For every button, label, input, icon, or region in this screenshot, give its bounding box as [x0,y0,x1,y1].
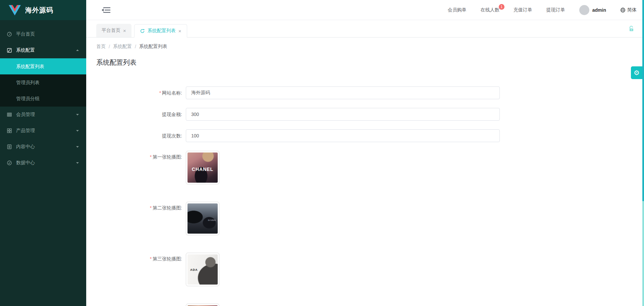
carousel-image-thumbnail[interactable]: ADA [186,253,219,286]
sidebar-subitem-label: 管理员分组 [16,96,40,101]
main-column: 会员购单 在线人数 1 充值订单 提现订单 admin 简体 [86,0,644,306]
sidebar-item-label: 内容中心 [16,144,75,150]
breadcrumb-separator: / [109,44,110,49]
table-icon [7,112,12,117]
form-text-input[interactable] [186,129,500,142]
sidebar-fold-icon[interactable] [101,6,111,14]
tabs-holder: 平台首页 × 系统配置列表 × [96,24,190,37]
chevron-up-icon [75,48,79,52]
topbar-right: 会员购单 在线人数 1 充值订单 提现订单 admin 简体 [448,5,637,15]
topbar-link[interactable]: 提现订单 [546,7,565,13]
form-row: 提现次数: [96,129,634,142]
topbar-link[interactable]: 会员购单 [448,7,467,13]
carousel-image-thumbnail[interactable]: GIVEN [186,202,219,235]
form-row: *第三张轮播图: ADA [96,253,634,286]
globe-icon [620,7,626,13]
breadcrumb-item: 系统配置列表 [139,44,167,50]
sidebar-item-label: 系统配置 [16,47,75,53]
chevron-down-icon [75,145,79,149]
form-field-label: *网站名称: [96,86,182,99]
config-form: *网站名称: 提现金额: 提现次数: *第一张轮播图: [96,86,634,306]
sidebar-subitem[interactable]: 系统配置列表 [0,58,86,74]
form-field-label: *第四张轮播图: [96,304,182,306]
sidebar-item[interactable]: 内容中心 [0,139,86,155]
form-text-input[interactable] [186,108,500,121]
avatar [579,5,589,15]
app-logo[interactable]: 海外源码 [0,0,86,20]
language-label: 简体 [627,7,637,13]
logo-title: 海外源码 [25,6,53,15]
carousel-image-text: CHANEL [192,167,213,172]
sidebar-item[interactable]: 系统配置 [0,42,86,58]
carousel-image: CHANEL [187,152,218,183]
language-switcher[interactable]: 简体 [620,7,637,13]
form-row: *第一张轮播图: CHANEL [96,151,634,184]
breadcrumb: 首页/系统配置/系统配置列表 [96,44,634,50]
breadcrumb-separator: / [135,44,136,49]
sidebar-nav: 平台首页 系统配置 系统配置列表 管理员列表 管理员分组 会员管理 产品管理 内… [0,20,86,171]
carousel-image-text: ADA [190,268,198,271]
page-scrollbar [642,0,644,306]
form-row: *第二张轮播图: GIVEN [96,202,634,235]
app-root: 海外源码 平台首页 系统配置 系统配置列表 管理员列表 管理员分组 会员管理 产… [0,0,644,306]
sidebar-subitem-label: 系统配置列表 [16,64,44,69]
carousel-image: GIVEN [187,203,218,234]
sidebar-subitem[interactable]: 管理员列表 [0,74,86,90]
user-menu[interactable]: admin [579,5,606,15]
tab-close-icon[interactable]: × [123,28,126,33]
breadcrumb-item[interactable]: 首页 [96,44,106,50]
sidebar-item[interactable]: 数据中心 [0,155,86,171]
sidebar-item[interactable]: 产品管理 [0,123,86,139]
edit-square-icon [7,48,12,53]
page-title: 系统配置列表 [96,58,634,67]
tab-label: 平台首页 [102,27,120,34]
check-circle-icon [7,160,12,166]
tab-close-icon[interactable]: × [178,28,181,34]
refresh-icon[interactable] [140,28,145,34]
sidebar-item[interactable]: 会员管理 [0,107,86,123]
carousel-image-thumbnail[interactable] [186,304,219,306]
dashboard-icon [7,32,12,37]
sidebar-item-label: 会员管理 [16,112,75,118]
chevron-down-icon [75,129,79,133]
tab-label: 系统配置列表 [148,28,176,34]
form-field-label: *第二张轮播图: [96,202,182,211]
chevron-down-icon [75,161,79,165]
settings-drawer-button[interactable]: ⚙ [631,66,642,79]
logo-v-icon [9,5,21,15]
unlock-icon[interactable] [627,25,635,33]
sidebar-item-label: 平台首页 [16,31,79,37]
tab[interactable]: 系统配置列表 × [134,24,187,38]
carousel-image-text: GIVEN [208,219,216,221]
topbar-link[interactable]: 充值订单 [514,7,532,13]
sidebar-item[interactable]: 平台首页 [0,26,86,42]
gear-icon: ⚙ [634,69,640,77]
sidebar-subitem[interactable]: 管理员分组 [0,90,86,107]
form-text-input[interactable] [186,86,500,99]
chevron-down-icon [75,113,79,117]
form-field-label: 提现次数: [96,129,182,142]
content-area: 首页/系统配置/系统配置列表 系统配置列表 *网站名称: 提现金额: 提现次数:… [86,38,644,306]
form-field-label: 提现金额: [96,108,182,121]
document-icon [7,144,12,149]
topbar: 会员购单 在线人数 1 充值订单 提现订单 admin 简体 [86,0,644,20]
form-row: *网站名称: [96,86,634,99]
topbar-links: 会员购单 在线人数 1 充值订单 提现订单 [448,7,565,13]
sidebar-item-label: 数据中心 [16,160,75,166]
topbar-link[interactable]: 在线人数 1 [481,7,499,13]
scrollbar-thumb[interactable] [642,0,644,201]
form-row: 提现金额: [96,108,634,121]
carousel-image-thumbnail[interactable]: CHANEL [186,151,219,184]
tab[interactable]: 平台首页 × [96,24,131,37]
tabs-bar: 平台首页 × 系统配置列表 × [86,20,644,38]
form-row: *第四张轮播图: [96,304,634,306]
carousel-image: ADA [187,254,218,285]
sidebar: 海外源码 平台首页 系统配置 系统配置列表 管理员列表 管理员分组 会员管理 产… [0,0,86,306]
required-asterisk: * [150,205,152,210]
online-count-badge: 1 [499,4,504,10]
sidebar-subitem-label: 管理员列表 [16,80,40,85]
required-asterisk: * [159,90,161,96]
username: admin [592,7,606,13]
breadcrumb-item[interactable]: 系统配置 [113,44,132,50]
form-field-label: *第一张轮播图: [96,151,182,160]
